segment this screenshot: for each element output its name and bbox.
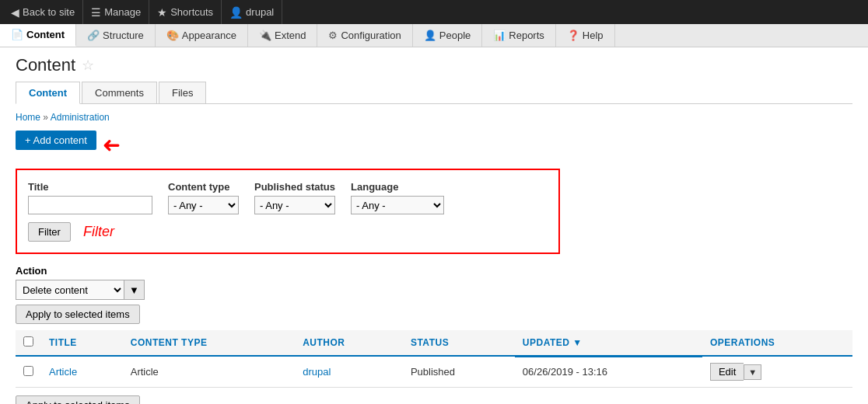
content-tabs: Content Comments Files bbox=[16, 82, 852, 104]
breadcrumb: Home » Administration bbox=[16, 112, 852, 123]
action-select[interactable]: Delete content Publish content Unpublish… bbox=[16, 280, 124, 300]
table-header-updated[interactable]: UPDATED ▼ bbox=[515, 330, 702, 356]
edit-button[interactable]: Edit bbox=[710, 363, 744, 381]
primary-nav: 📄 Content 🔗 Structure 🎨 Appearance 🔌 Ext… bbox=[0, 24, 868, 47]
table-body: Article Article drupal Published 06/26/2… bbox=[16, 356, 852, 388]
tab-content[interactable]: Content bbox=[16, 82, 80, 104]
table-row: Article Article drupal Published 06/26/2… bbox=[16, 356, 852, 388]
tab-files[interactable]: Files bbox=[159, 82, 206, 103]
content-nav-icon: 📄 bbox=[11, 29, 23, 40]
nav-configuration[interactable]: ⚙ Configuration bbox=[317, 24, 412, 47]
table-header-operations: OPERATIONS bbox=[702, 330, 852, 356]
nav-help[interactable]: ❓ Help bbox=[556, 24, 615, 47]
row-author-cell: drupal bbox=[295, 356, 403, 388]
filter-actions-row: Filter Filter bbox=[28, 222, 548, 242]
breadcrumb-admin[interactable]: Administration bbox=[51, 112, 110, 123]
filter-row: Title Content type - Any - Article Basic… bbox=[28, 181, 548, 214]
page-title-area: Content ☆ bbox=[16, 55, 852, 75]
apply-button-top[interactable]: Apply to selected items bbox=[16, 305, 140, 324]
edit-dropdown-arrow[interactable]: ▼ bbox=[744, 364, 761, 380]
row-status: Published bbox=[411, 366, 455, 378]
filter-button[interactable]: Filter bbox=[28, 222, 71, 242]
reports-nav-icon: 📊 bbox=[493, 30, 506, 41]
title-filter-field: Title bbox=[28, 181, 152, 214]
sort-icon: ▼ bbox=[572, 337, 582, 348]
page-content: Content ☆ Content Comments Files Home » … bbox=[0, 47, 868, 404]
select-all-checkbox[interactable] bbox=[23, 336, 33, 347]
table-header-content-type[interactable]: CONTENT TYPE bbox=[123, 330, 295, 356]
star-icon: ★ bbox=[157, 6, 167, 19]
help-nav-icon: ❓ bbox=[567, 30, 579, 41]
shortcuts-menu[interactable]: ★ Shortcuts bbox=[149, 0, 222, 24]
nav-appearance[interactable]: 🎨 Appearance bbox=[156, 24, 248, 47]
filter-box: Title Content type - Any - Article Basic… bbox=[16, 169, 560, 254]
row-checkbox[interactable] bbox=[23, 366, 33, 376]
config-nav-icon: ⚙ bbox=[328, 30, 338, 41]
admin-toolbar: ◀ Back to site ☰ Manage ★ Shortcuts 👤 dr… bbox=[0, 0, 868, 24]
add-content-row: + Add content ➜ bbox=[16, 131, 852, 159]
apply-button-bottom[interactable]: Apply to selected items bbox=[16, 395, 140, 404]
content-type-select[interactable]: - Any - Article Basic page bbox=[168, 196, 239, 214]
nav-structure[interactable]: 🔗 Structure bbox=[76, 24, 156, 47]
nav-people[interactable]: 👤 People bbox=[413, 24, 482, 47]
nav-reports[interactable]: 📊 Reports bbox=[482, 24, 556, 47]
content-type-filter-label: Content type bbox=[168, 181, 239, 193]
row-title-link[interactable]: Article bbox=[49, 366, 77, 378]
language-filter-field: Language - Any - English bbox=[351, 181, 444, 214]
table-header-status[interactable]: STATUS bbox=[403, 330, 515, 356]
extend-nav-icon: 🔌 bbox=[259, 30, 271, 41]
published-status-select[interactable]: - Any - Published Unpublished bbox=[254, 196, 335, 214]
nav-extend[interactable]: 🔌 Extend bbox=[248, 24, 317, 47]
row-status-cell: Published bbox=[403, 356, 515, 388]
appearance-nav-icon: 🎨 bbox=[166, 30, 179, 41]
row-updated: 06/26/2019 - 13:16 bbox=[523, 366, 607, 378]
arrow-annotation: ➜ bbox=[103, 132, 121, 158]
manage-menu[interactable]: ☰ Manage bbox=[83, 0, 149, 24]
action-select-dropdown-arrow[interactable]: ▼ bbox=[124, 280, 145, 300]
people-nav-icon: 👤 bbox=[424, 30, 436, 41]
content-type-filter-field: Content type - Any - Article Basic page bbox=[168, 181, 239, 214]
language-label: Language bbox=[351, 181, 444, 193]
row-content-type-cell: Article bbox=[123, 356, 295, 388]
title-filter-label: Title bbox=[28, 181, 152, 193]
published-status-filter-field: Published status - Any - Published Unpub… bbox=[254, 181, 335, 214]
row-operations-cell: Edit ▼ bbox=[702, 356, 852, 388]
row-title-cell: Article bbox=[41, 356, 123, 388]
edit-button-wrap: Edit ▼ bbox=[710, 363, 845, 381]
user-menu[interactable]: 👤 drupal bbox=[222, 0, 282, 24]
language-select[interactable]: - Any - English bbox=[351, 196, 444, 214]
nav-content[interactable]: 📄 Content bbox=[0, 24, 76, 47]
action-section: Action Delete content Publish content Un… bbox=[16, 265, 852, 324]
user-icon: 👤 bbox=[229, 6, 243, 19]
menu-icon: ☰ bbox=[91, 6, 101, 19]
row-content-type: Article bbox=[131, 366, 159, 378]
back-to-site[interactable]: ◀ Back to site bbox=[3, 0, 83, 24]
published-status-label: Published status bbox=[254, 181, 335, 193]
table-header-checkbox bbox=[16, 330, 41, 356]
table-header-title[interactable]: TITLE bbox=[41, 330, 123, 356]
favorite-star-icon[interactable]: ☆ bbox=[82, 57, 94, 74]
page-title: Content bbox=[16, 55, 75, 75]
structure-nav-icon: 🔗 bbox=[87, 30, 100, 41]
row-author-link[interactable]: drupal bbox=[303, 366, 331, 378]
tab-comments[interactable]: Comments bbox=[82, 82, 157, 103]
content-table: TITLE CONTENT TYPE AUTHOR STATUS UPDATED… bbox=[16, 330, 852, 388]
table-header: TITLE CONTENT TYPE AUTHOR STATUS UPDATED… bbox=[16, 330, 852, 356]
action-label: Action bbox=[16, 265, 852, 277]
row-updated-cell: 06/26/2019 - 13:16 bbox=[515, 356, 702, 388]
action-select-wrap: Delete content Publish content Unpublish… bbox=[16, 280, 852, 300]
breadcrumb-home[interactable]: Home bbox=[16, 112, 40, 123]
row-checkbox-cell bbox=[16, 356, 41, 388]
title-filter-input[interactable] bbox=[28, 196, 152, 214]
add-content-button[interactable]: + Add content bbox=[16, 131, 96, 150]
filter-text-label: Filter bbox=[83, 224, 114, 240]
table-header-author[interactable]: AUTHOR bbox=[295, 330, 403, 356]
breadcrumb-separator: » bbox=[43, 112, 50, 123]
back-icon: ◀ bbox=[11, 6, 19, 19]
